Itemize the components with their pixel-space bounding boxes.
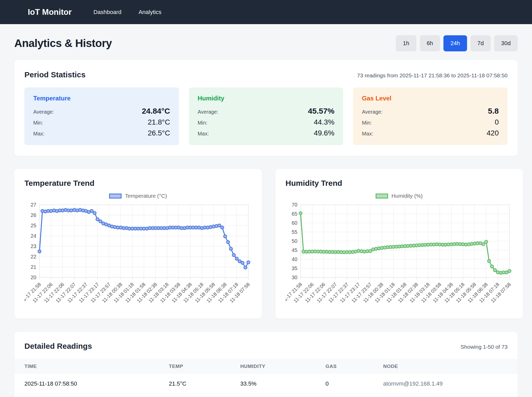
table-cell: 33.5% (240, 380, 325, 387)
svg-text:27: 27 (31, 202, 36, 208)
svg-text:40: 40 (292, 256, 297, 262)
detailed-readings-title: Detailed Readings (24, 342, 92, 351)
humidity-legend-swatch (376, 194, 388, 199)
temperature-trend-chart: 202122232425262711-17 21:5811-17 22:0611… (24, 201, 252, 315)
column-header-node: NODE (383, 364, 508, 369)
stat-value-min: 0 (495, 118, 499, 126)
stat-temperature-title: Temperature (33, 95, 170, 102)
svg-text:50: 50 (292, 238, 297, 244)
svg-text:23: 23 (31, 243, 36, 249)
svg-text:35: 35 (292, 265, 297, 271)
page-title: Analytics & History (14, 37, 112, 50)
table-cell: 2025-11-18 07:58:50 (24, 380, 169, 387)
readings-table-body: 2025-11-18 07:58:5021.5°C33.5%0atomvm@19… (14, 374, 518, 397)
humidity-legend: Humidity (%) (285, 193, 513, 199)
stat-card-temperature: Temperature Average:24.84°C Min:21.8°C M… (24, 87, 179, 145)
detailed-readings-card: Detailed Readings Showing 1-50 of 73 TIM… (14, 332, 518, 397)
column-header-gas: GAS (325, 364, 383, 369)
period-summary: 73 readings from 2025-11-17 21:58:36 to … (357, 72, 508, 79)
svg-text:45: 45 (292, 247, 297, 253)
humidity-trend-card: Humidity Trend Humidity (%) 303540455055… (275, 169, 523, 319)
stat-humidity-title: Humidity (198, 95, 335, 102)
svg-text:30: 30 (292, 275, 297, 280)
svg-text:26: 26 (31, 212, 36, 218)
table-cell: atomvm@192.168.1.49 (383, 380, 508, 387)
humidity-trend-title: Humidity Trend (285, 179, 513, 188)
humidity-trend-chart: 30354045505560657011-17 21:5811-17 22:06… (285, 201, 513, 315)
stat-value-max: 420 (487, 129, 499, 137)
nav-link-dashboard[interactable]: Dashboard (94, 9, 122, 16)
table-header-row: TIME TEMP HUMIDITY GAS NODE (14, 359, 518, 374)
column-header-humidity: HUMIDITY (240, 364, 325, 369)
column-header-temp: TEMP (169, 364, 240, 369)
temperature-legend-swatch (109, 194, 122, 199)
page-header: Analytics & History 1h 6h 24h 7d 30d (14, 35, 518, 51)
stat-label: Min: (362, 120, 372, 126)
temperature-trend-card: Temperature Trend Temperature (°C) 20212… (14, 169, 262, 319)
stat-value-average: 5.8 (488, 107, 499, 115)
column-header-time: TIME (24, 364, 169, 369)
svg-text:55: 55 (292, 229, 297, 235)
pagination-status: Showing 1-50 of 73 (461, 344, 508, 350)
range-button-1h[interactable]: 1h (396, 35, 416, 51)
svg-text:70: 70 (292, 202, 297, 208)
navbar: IoT Monitor Dashboard Analytics (0, 0, 532, 24)
range-button-30d[interactable]: 30d (494, 35, 518, 51)
temperature-legend-label: Temperature (°C) (125, 193, 167, 199)
table-cell: 21.5°C (169, 380, 240, 387)
table-row-partial (14, 394, 518, 397)
time-range-selector: 1h 6h 24h 7d 30d (396, 35, 518, 51)
range-button-6h[interactable]: 6h (420, 35, 440, 51)
stat-card-gas-level: Gas Level Average:5.8 Min:0 Max:420 (353, 87, 508, 145)
stat-label: Average: (362, 109, 383, 115)
stat-value-min: 21.8°C (148, 118, 170, 126)
svg-text:25: 25 (31, 223, 36, 228)
svg-text:20: 20 (31, 275, 36, 280)
stat-label: Average: (198, 109, 218, 115)
range-button-24h[interactable]: 24h (443, 35, 467, 51)
stat-value-max: 26.5°C (148, 129, 170, 137)
stat-value-max: 49.6% (314, 129, 334, 137)
stat-label: Min: (33, 120, 43, 126)
nav-link-analytics[interactable]: Analytics (138, 9, 161, 16)
stat-card-humidity: Humidity Average:45.57% Min:44.3% Max:49… (189, 87, 343, 145)
table-row: 2025-11-18 07:58:5021.5°C33.5%0atomvm@19… (14, 374, 518, 394)
temperature-trend-title: Temperature Trend (24, 179, 252, 188)
stat-label: Max: (33, 131, 44, 137)
stat-value-average: 45.57% (308, 107, 335, 115)
stat-label: Min: (198, 120, 208, 126)
stat-label: Max: (362, 131, 373, 137)
svg-text:65: 65 (292, 211, 297, 217)
svg-text:22: 22 (31, 254, 36, 259)
stat-value-min: 44.3% (314, 118, 334, 126)
stat-label: Max: (198, 131, 209, 137)
period-statistics-card: Period Statistics 73 readings from 2025-… (14, 60, 518, 156)
humidity-legend-label: Humidity (%) (391, 193, 423, 199)
app-brand: IoT Monitor (28, 8, 72, 17)
svg-text:60: 60 (292, 220, 297, 226)
stat-label: Average: (33, 109, 54, 115)
stat-value-average: 24.84°C (142, 107, 170, 115)
temperature-legend: Temperature (°C) (24, 193, 252, 199)
svg-text:24: 24 (31, 233, 36, 239)
table-cell: 0 (325, 380, 383, 387)
range-button-7d[interactable]: 7d (470, 35, 491, 51)
svg-text:21: 21 (31, 264, 36, 270)
stat-gas-title: Gas Level (362, 95, 499, 102)
period-statistics-title: Period Statistics (24, 70, 85, 79)
